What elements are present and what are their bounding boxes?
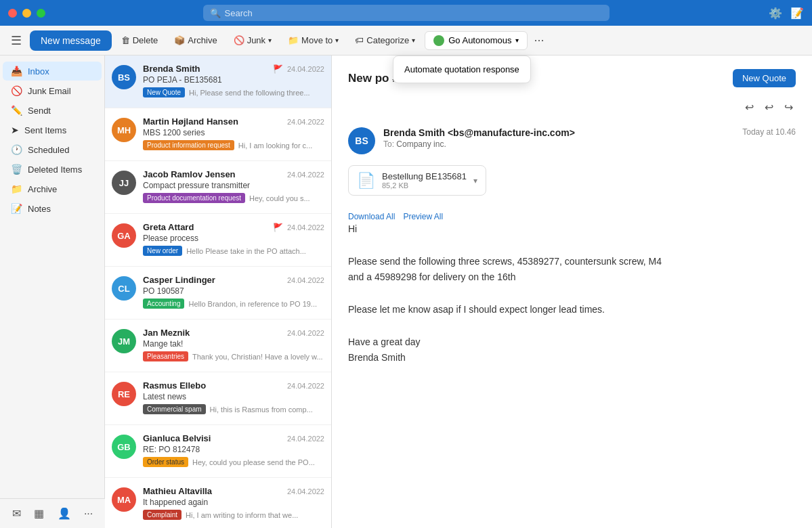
tag-row: Pleasantries Thank you, Christian! Have … [143, 351, 324, 361]
email-list-item[interactable]: MH Martin Højland Hansen 24.04.2022 MBS … [105, 108, 331, 161]
email-subject: Compact pressure transmitter [143, 181, 324, 190]
search-bar[interactable]: 🔍 Search [203, 5, 610, 21]
archive-button[interactable]: 📦 Archive [167, 32, 223, 49]
sidebar-item-inbox[interactable]: 📥Inbox [3, 62, 102, 81]
email-list-item[interactable]: RE Rasmus Ellebo 24.04.2022 Latest news … [105, 372, 331, 425]
email-body: HiPlease send the following three screws… [348, 221, 796, 366]
email-subject: Mange tak! [143, 339, 324, 349]
sidebar-item-junk[interactable]: 🚫Junk Email [3, 81, 102, 100]
sender-info: Brenda Smith <bs@manufacture-inc.com> To… [383, 127, 734, 149]
new-message-button[interactable]: New message [30, 30, 112, 51]
deleted-icon: 🗑️ [11, 164, 22, 175]
email-subject: Please process [143, 234, 324, 243]
email-header: Rasmus Ellebo 24.04.2022 [143, 380, 324, 391]
more-nav-button[interactable]: ··· [84, 508, 93, 520]
body-line: Brenda Smith [348, 352, 406, 363]
email-date: 24.04.2022 [287, 435, 324, 443]
email-date: 24.04.2022 [287, 487, 324, 496]
compose-icon[interactable]: 📝 [790, 7, 804, 20]
email-tag: Commercial spam [143, 404, 206, 414]
email-list-item[interactable]: MA Mathieu Altavilla 24.04.2022 It happe… [105, 478, 331, 528]
categorize-button[interactable]: 🏷 Categorize ▾ [348, 32, 422, 49]
tag-row: Product information request Hi, I am loo… [143, 140, 324, 150]
tag-row: Product documentation request Hey, could… [143, 193, 324, 203]
flag-icon: 🚩 [273, 64, 283, 74]
more-options-button[interactable]: ··· [530, 30, 547, 51]
junk-button[interactable]: 🚫 Junk ▾ [227, 32, 278, 49]
email-list-item[interactable]: GA Greta Attard 🚩 24.04.2022 Please proc… [105, 214, 331, 267]
email-date: 24.04.2022 [287, 223, 324, 232]
delete-icon: 🗑 [121, 35, 130, 45]
download-all-link[interactable]: Download All [348, 212, 395, 221]
mail-nav-button[interactable]: ✉ [12, 507, 21, 520]
sidebar-item-sendt[interactable]: ✏️Sendt [3, 101, 102, 120]
body-line: Please send the following three screws, … [348, 256, 662, 267]
email-preview: Hey, could you s... [249, 194, 310, 202]
sender-name: Greta Attard [143, 222, 194, 232]
email-preview: Thank you, Christian! Have a lovely w... [192, 353, 323, 361]
email-date: 24.04.2022 [287, 65, 324, 73]
new-quote-button[interactable]: New Quote [733, 69, 796, 87]
attachment-info: Bestellung BE135681 85,2 KB [382, 171, 467, 190]
tag-row: Accounting Hello Brandon, in reference t… [143, 299, 324, 309]
email-preview: Hello Please take in the PO attach... [186, 247, 306, 255]
redo-left-button[interactable]: ↩ [762, 98, 776, 116]
email-header: Martin Højland Hansen 24.04.2022 [143, 116, 324, 127]
menu-button[interactable]: ☰ [5, 30, 27, 51]
sidebar-item-archive[interactable]: 📁Archive [3, 179, 102, 198]
email-subject: Latest news [143, 392, 324, 401]
body-line: Hi [348, 223, 357, 234]
sidebar-item-deleted[interactable]: 🗑️Deleted Items [3, 160, 102, 179]
email-tag: Order status [143, 457, 188, 467]
email-list-item[interactable]: BS Brenda Smith 🚩 24.04.2022 PO PEJA - B… [105, 56, 331, 108]
body-line: Please let me know asap if I should expe… [348, 304, 605, 315]
attachment-box: 📄 Bestellung BE135681 85,2 KB ▾ [348, 165, 486, 196]
email-tag: Complaint [143, 510, 181, 520]
sidebar-label: Notes [28, 204, 51, 214]
undo-button[interactable]: ↩ [742, 98, 756, 116]
calendar-nav-button[interactable]: ▦ [34, 507, 44, 520]
sidebar-item-scheduled[interactable]: 🕐Scheduled [3, 140, 102, 159]
tag-row: New order Hello Please take in the PO at… [143, 246, 324, 256]
sender-name: Mathieu Altavilla [143, 486, 212, 496]
email-list-item[interactable]: JJ Jacob Ramlov Jensen 24.04.2022 Compac… [105, 161, 331, 214]
email-list-item[interactable]: GB Gianluca Belvisi 24.04.2022 RE: PO 81… [105, 425, 331, 478]
sidebar: 📥Inbox🚫Junk Email✏️Sendt➤Sent Items🕐Sche… [0, 56, 105, 528]
sidebar-label: Deleted Items [28, 164, 82, 175]
search-input[interactable]: Search [225, 8, 253, 18]
email-tag: Pleasantries [143, 351, 188, 361]
archive-icon: 📁 [11, 183, 22, 194]
email-header: Mathieu Altavilla 24.04.2022 [143, 486, 324, 496]
delete-button[interactable]: 🗑 Delete [114, 32, 165, 49]
email-list-item[interactable]: CL Casper Lindinger 24.04.2022 PO 190587… [105, 267, 331, 320]
redo-right-button[interactable]: ↪ [782, 98, 796, 116]
chevron-down-icon: ▾ [515, 37, 519, 44]
maximize-button[interactable] [37, 9, 45, 18]
preview-all-link[interactable]: Preview All [403, 212, 443, 221]
avatar: BS [112, 65, 136, 89]
avatar: RE [112, 382, 136, 406]
close-button[interactable] [8, 9, 17, 18]
email-content: Rasmus Ellebo 24.04.2022 Latest news Com… [143, 380, 324, 416]
inbox-icon: 📥 [11, 66, 22, 76]
email-list-item[interactable]: JM Jan Meznik 24.04.2022 Mange tak! Plea… [105, 320, 331, 372]
move-to-button[interactable]: 📁 Move to ▾ [281, 32, 345, 49]
sidebar-item-sent[interactable]: ➤Sent Items [3, 120, 102, 139]
go-autonomous-button[interactable]: Go Autonomous ▾ [425, 31, 528, 50]
contacts-nav-button[interactable]: 👤 [58, 507, 71, 520]
email-tag: Product information request [143, 140, 234, 150]
email-subject: RE: PO 812478 [143, 445, 324, 454]
sidebar-label: Sendt [28, 106, 51, 116]
email-date: 24.04.2022 [287, 276, 324, 284]
minimize-button[interactable] [22, 9, 31, 18]
sender-name: Gianluca Belvisi [143, 433, 211, 443]
automate-quotation-item[interactable]: Automate quotation response [393, 59, 530, 80]
avatar: MA [112, 487, 136, 512]
sidebar-item-notes[interactable]: 📝Notes [3, 199, 102, 218]
email-header: Jan Meznik 24.04.2022 [143, 328, 324, 338]
attachment-actions: Download All Preview All [348, 212, 796, 221]
settings-icon[interactable]: ⚙️ [769, 7, 782, 20]
main-content: 📥Inbox🚫Junk Email✏️Sendt➤Sent Items🕐Sche… [0, 56, 812, 528]
dropdown-chevron-icon[interactable]: ▾ [473, 176, 477, 185]
sidebar-label: Inbox [28, 66, 49, 76]
